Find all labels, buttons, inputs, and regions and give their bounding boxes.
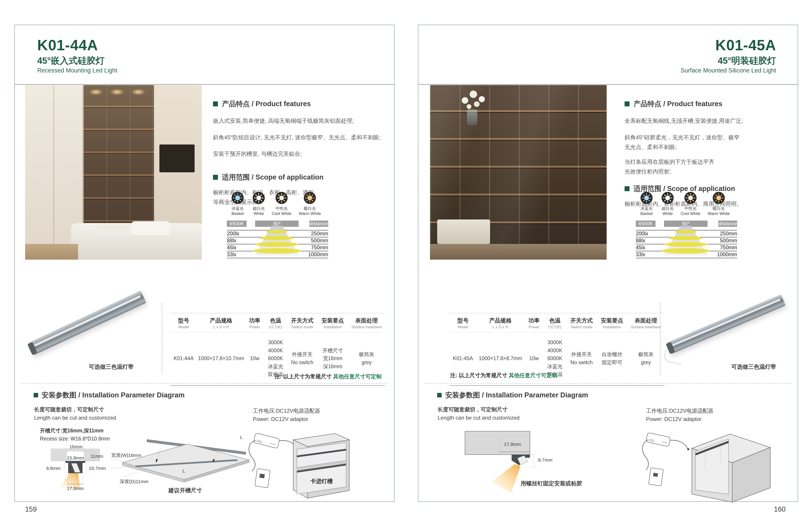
installation-heading-label: 安装参数图 / Installation Parameter Diagram [445, 390, 588, 400]
feature-line: 斜角45°硅胶柔光，见光不见灯，迷你型、极窄 [625, 133, 793, 142]
sun-lamp-icon [231, 192, 244, 204]
surface-mount-drawing [464, 429, 608, 516]
custom-size-note: 注: 以上尺寸为常规尺寸 其他任意尺寸可定制 [450, 372, 557, 379]
cell-switch: 外接开关No switch [566, 350, 597, 366]
feature-line: 当灯条应用在层板的下方于板边平齐 [625, 158, 793, 166]
light-option-ice-blue: 冰蓝光Basket [636, 192, 657, 217]
feature-line: 全系标配无氧铜线,无须开槽,安装便捷,用途广泛; [625, 117, 793, 125]
profile-caption: 可选做三色温灯带 [89, 363, 134, 371]
photo-floor [430, 244, 607, 260]
sun-lamp-icon [304, 192, 316, 204]
product-model: K01-45A [681, 38, 776, 53]
green-square-bullet-icon [625, 101, 629, 106]
features-heading: 产品特点 / Product features [625, 99, 793, 109]
photometry-row: 33lx1000mm [636, 251, 737, 258]
header-divider [418, 84, 798, 85]
profile-wire [662, 350, 683, 365]
cell-model: K01-44A [170, 354, 197, 363]
dim-profile-height: 8.7mm [538, 457, 552, 463]
features-heading: 产品特点 / Product features [213, 99, 390, 109]
photometry-row: 200lx250mm [227, 230, 328, 237]
light-color-icons: 冰蓝光Basket 超白光White 中性光Cool White 暖白光Warm… [636, 192, 737, 217]
board-depth-label: 深度(D)11mm [120, 478, 148, 485]
features-section: 产品特点 / Product features 嵌入式安装,简单便捷, 高端无氧… [213, 99, 390, 207]
green-square-bullet-icon [34, 393, 38, 398]
sun-lamp-icon [275, 192, 288, 204]
photo-light-glow [131, 89, 145, 95]
spec-table-header: 型号Model 产品规格L x D x H 功率Power 色温CCT(K) 开… [170, 313, 385, 332]
cross-section-diagram: 16mm 11mm 15.8mm 9.8mm 10.7mm 17.8mm [46, 439, 111, 496]
scope-heading-label: 适用范围 / Scope of application [222, 172, 323, 182]
header-divider [15, 84, 394, 85]
distance-bar: distance [718, 221, 737, 227]
cell-size: 1000×17.8×8.7mm [476, 354, 525, 363]
dashed-separator [20, 383, 388, 384]
light-option-warm-white: 暖白光Warm White [294, 192, 325, 217]
green-square-bullet-icon [437, 393, 441, 398]
dashed-divider [162, 303, 162, 374]
light-option-label: 暖白光Warm White [294, 206, 325, 217]
cabinet-install-diagram: 卡进灯槽 [234, 427, 374, 503]
feature-line: 斜角45°防炫目设计, 见光不见灯, 迷你型极窄、无光点、柔和不刺眼; [213, 133, 390, 142]
sun-lamp-icon [661, 192, 674, 204]
cell-install: 自攻螺丝固定即可 [597, 350, 627, 366]
light-option-label: 冰蓝光Basket [636, 206, 657, 217]
power-note: 工作电压:DC12V电源适配器 Power: DC12V adaptor [646, 407, 713, 423]
light-option-cool-white: 中性光Cool White [678, 192, 703, 217]
photo-tv [159, 144, 195, 172]
scope-heading: 适用范围 / Scope of application [213, 172, 390, 182]
cell-surface: 极简灰grey [348, 350, 385, 366]
light-option-label: 超白光White [657, 206, 678, 217]
features-heading-label: 产品特点 / Product features [634, 99, 722, 109]
dashed-divider [660, 303, 661, 374]
length-note: 长度可随意裁切，可定制尺寸 Length can be cut and cust… [438, 405, 520, 422]
photo-light-glow [89, 89, 103, 95]
cabinet-drawing [636, 427, 775, 503]
dim-profile-height-left: 9.8mm [46, 465, 60, 471]
feature-line: 无光点、柔和不刺眼; [625, 143, 793, 152]
board-caption: 建议开槽尺寸 [168, 487, 202, 494]
custom-size-note: 注: 以上尺寸为常规尺寸 其他任意尺寸可定制 [275, 373, 381, 380]
photo-pillow [131, 221, 170, 235]
photometry-block: 冰蓝光Basket 超白光White 中性光Cool White 暖白光Warm… [227, 192, 328, 253]
page-number-right: 160 [774, 505, 785, 513]
product-title-en: Recessed Mounting Led Light [37, 67, 117, 74]
led-profile-bar [28, 291, 146, 355]
photometry-rows: 200lx250mm 88lx500mm 45lx750mm 33lx1000m… [227, 230, 328, 258]
page-k01-45a: K01-45A 45°明装硅胶灯 Surface Mounted Silicon… [418, 25, 798, 502]
sun-lamp-icon [712, 192, 725, 204]
product-title-cn: 45°嵌入式硅胶灯 [37, 56, 117, 66]
installation-heading: 安装参数图 / Installation Parameter Diagram [34, 390, 185, 400]
light-option-label: 中性光Cool White [269, 206, 294, 217]
profile-caption: 可选做三色温灯带 [731, 363, 776, 371]
cell-power: 10w [525, 354, 543, 363]
photo-bench [437, 220, 490, 244]
photometry-header-bars: 6500K 90⁰ distance [636, 221, 737, 227]
dim-inner-width: 15.8mm [66, 455, 85, 461]
sun-lamp-icon [640, 192, 653, 204]
light-option-label: 中性光Cool White [678, 206, 703, 217]
cell-install: 开槽尺寸宽16mm深16mm [317, 347, 348, 371]
dim-groove-width: 16mm [68, 444, 85, 449]
cell-power: 10w [245, 354, 264, 363]
photometry-row: 33lx1000mm [227, 251, 328, 258]
light-option-ice-blue: 冰蓝光Basket [227, 192, 248, 217]
photometry-rows: 200lx250mm 88lx500mm 45lx750mm 33lx1000m… [636, 230, 737, 258]
distance-bar: distance [309, 221, 328, 227]
product-model: K01-44A [37, 38, 117, 53]
light-option-white: 超白光White [248, 192, 269, 217]
cabinet-drawing [234, 427, 374, 503]
product-photo-wardrobe [25, 85, 202, 260]
feature-line: 安装于预开的槽里, 与槽边完美贴合; [213, 150, 390, 158]
photo-vase [467, 110, 477, 125]
cabinet-caption: 卡进灯槽 [310, 477, 333, 485]
installation-heading: 安装参数图 / Installation Parameter Diagram [437, 390, 588, 400]
power-note: 工作电压:DC12V电源适配器 Power: DC12V adaptor [253, 407, 320, 423]
cct-bar: 6500K [227, 221, 247, 227]
fixing-caption: 用螺丝钉固定安装或粘胶 [521, 480, 582, 487]
photo-light-glow [110, 89, 124, 95]
beam-angle-bar: 90⁰ [664, 221, 708, 227]
light-option-white: 超白光White [657, 192, 678, 217]
led-profile-bar [666, 294, 785, 354]
aluminium-profile-image [662, 305, 796, 363]
